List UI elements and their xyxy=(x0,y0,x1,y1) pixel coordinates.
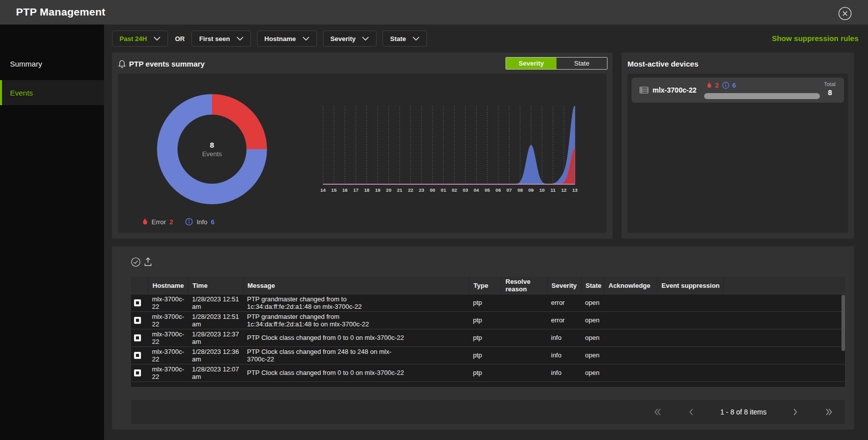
svg-text:15: 15 xyxy=(332,187,337,193)
ptp-events-summary-card: PTP events summary Severity State 8 Even… xyxy=(112,53,612,239)
chevron-down-icon xyxy=(302,37,310,41)
cell-type: ptp xyxy=(473,351,482,359)
cell-state: open xyxy=(585,316,600,324)
device-stats: 2 6 xyxy=(706,82,736,89)
row-checkbox[interactable] xyxy=(134,317,141,324)
svg-text:05: 05 xyxy=(484,187,490,193)
or-label: OR xyxy=(175,35,185,43)
acknowledge-check-icon[interactable] xyxy=(131,257,140,267)
next-page-button[interactable] xyxy=(792,408,798,416)
sidebar-item-summary[interactable]: Summary xyxy=(0,51,104,76)
cell-time: 1/28/2023 12:51 am xyxy=(192,295,240,310)
cell-type: ptp xyxy=(473,299,482,306)
col-checkbox xyxy=(131,277,148,294)
table-row[interactable]: mlx-3700c-22 1/28/2023 12:51 am PTP gran… xyxy=(131,311,845,329)
cell-time: 1/28/2023 12:51 am xyxy=(192,313,240,328)
first-page-button[interactable] xyxy=(654,408,662,416)
cell-state: open xyxy=(585,369,600,376)
cell-hostname: mlx-3700c-22 xyxy=(152,330,185,345)
svg-text:07: 07 xyxy=(506,187,512,193)
cell-type: ptp xyxy=(473,316,482,324)
events-table-card: Hostname Time Message Type Resolve reaso… xyxy=(112,246,854,429)
table-row[interactable]: mlx-3700c-22 1/28/2023 12:07 am PTP Cloc… xyxy=(131,364,845,381)
flame-icon xyxy=(142,218,148,226)
legend-error: Error 2 xyxy=(142,218,173,226)
svg-text:03: 03 xyxy=(462,187,468,193)
sidebar: Summary Events xyxy=(0,25,104,440)
legend-info-count: 6 xyxy=(211,218,214,226)
device-activity-bar xyxy=(704,93,820,99)
col-filler xyxy=(723,277,845,294)
chevron-down-icon xyxy=(154,37,160,41)
show-suppression-rules-link[interactable]: Show suppression rules xyxy=(772,34,858,43)
cell-state: open xyxy=(585,334,600,341)
time-range-value: Past 24H xyxy=(120,35,147,43)
device-row[interactable]: mlx-3700c-22 2 6 Total 8 xyxy=(632,78,844,103)
prev-page-button[interactable] xyxy=(688,408,694,416)
table-row[interactable]: mlx-3700c-22 1/28/2023 12:37 am PTP Cloc… xyxy=(131,329,845,346)
row-checkbox[interactable] xyxy=(134,369,141,376)
most-active-devices-card: Most-active devices mlx-3700c-22 2 xyxy=(622,53,854,239)
device-total-value: 8 xyxy=(828,88,832,97)
events-table: Hostname Time Message Type Resolve reaso… xyxy=(131,277,845,387)
svg-text:16: 16 xyxy=(342,187,348,193)
time-range-dropdown[interactable]: Past 24H xyxy=(112,31,168,47)
svg-text:06: 06 xyxy=(496,187,501,193)
donut-legend: Error 2 Info 6 xyxy=(142,218,214,226)
state-dropdown[interactable]: State xyxy=(382,31,427,47)
col-type: Type xyxy=(469,277,501,294)
first-seen-dropdown[interactable]: First seen xyxy=(192,31,250,47)
device-activity-bar-fill xyxy=(704,93,820,99)
svg-text:22: 22 xyxy=(408,187,414,193)
row-checkbox[interactable] xyxy=(134,299,141,306)
toggle-severity[interactable]: Severity xyxy=(506,58,556,69)
summary-card-title: PTP events summary xyxy=(129,60,204,68)
chevron-down-icon xyxy=(362,37,369,41)
svg-text:13: 13 xyxy=(572,187,578,193)
col-time: Time xyxy=(188,277,243,294)
col-acknowledge: Acknowledge xyxy=(604,277,657,294)
bell-icon xyxy=(117,59,127,69)
pagination-range-label: 1 - 8 of 8 items xyxy=(720,408,766,416)
chevron-down-icon xyxy=(236,37,244,41)
topbar: PTP Management xyxy=(0,0,868,25)
toggle-state[interactable]: State xyxy=(556,58,607,69)
table-row-partial xyxy=(131,381,845,387)
cell-time: 1/28/2023 12:07 am xyxy=(192,365,240,380)
row-checkbox[interactable] xyxy=(134,352,141,359)
col-event-suppression: Event suppression xyxy=(657,277,723,294)
table-row[interactable]: mlx-3700c-22 1/28/2023 12:36 am PTP Cloc… xyxy=(131,346,845,364)
cell-message: PTP grandmaster changed from 1c:34:da:ff… xyxy=(247,313,404,328)
svg-text:23: 23 xyxy=(419,187,424,193)
col-message: Message xyxy=(243,277,469,294)
cell-message: PTP Clock class changed from 0 to 0 on m… xyxy=(247,334,404,341)
hostname-dropdown[interactable]: Hostname xyxy=(257,31,317,47)
last-page-button[interactable] xyxy=(824,408,833,416)
col-severity: Severity xyxy=(547,277,581,294)
svg-text:02: 02 xyxy=(452,187,458,193)
svg-text:17: 17 xyxy=(353,187,358,193)
col-state: State xyxy=(581,277,604,294)
svg-text:21: 21 xyxy=(397,187,402,193)
svg-text:08: 08 xyxy=(518,187,523,193)
sidebar-item-events[interactable]: Events xyxy=(0,80,104,105)
devices-panel: mlx-3700c-22 2 6 Total 8 xyxy=(628,74,848,233)
export-upload-icon[interactable] xyxy=(144,257,152,267)
summary-chart-panel: 8 Events Error 2 Info 6 xyxy=(118,74,606,233)
cell-type: ptp xyxy=(473,334,482,341)
cell-state: open xyxy=(585,299,600,306)
devices-card-title: Most-active devices xyxy=(628,60,698,68)
info-icon xyxy=(722,82,730,89)
row-checkbox[interactable] xyxy=(134,334,141,341)
pagination-bar: 1 - 8 of 8 items xyxy=(131,400,845,424)
table-scrollbar-thumb[interactable] xyxy=(842,295,845,351)
device-total-label: Total xyxy=(824,81,836,87)
filter-bar: Past 24H OR First seen Hostname Severity… xyxy=(112,31,433,47)
severity-dropdown[interactable]: Severity xyxy=(323,31,377,47)
table-row[interactable]: mlx-3700c-22 1/28/2023 12:51 am PTP gran… xyxy=(131,294,845,311)
donut-total-label: Events xyxy=(202,150,222,158)
legend-error-label: Error xyxy=(152,218,166,226)
close-icon[interactable] xyxy=(838,7,852,21)
severity-state-toggle: Severity State xyxy=(506,57,608,70)
state-label: State xyxy=(390,35,406,43)
